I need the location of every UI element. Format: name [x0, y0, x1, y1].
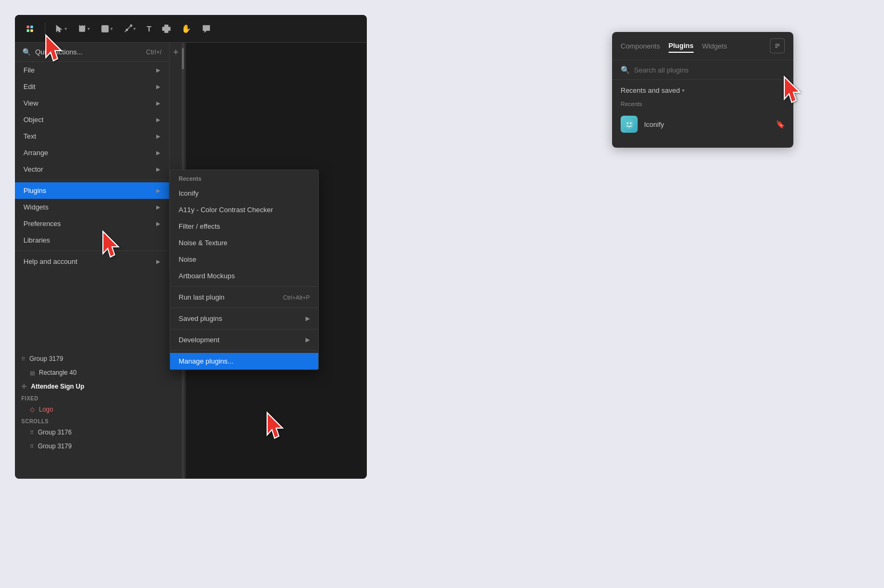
fixed-section-label: FIXED — [15, 393, 185, 402]
quick-actions-shortcut: Ctrl+/ — [146, 49, 162, 56]
submenu-item-noise[interactable]: Noise — [170, 251, 318, 268]
tab-components[interactable]: Components — [621, 40, 660, 52]
component-tool-button[interactable] — [159, 22, 174, 35]
submenu-arrow: ▶ — [156, 188, 160, 194]
cursor-arrow-plugins — [99, 229, 125, 263]
layer-item-attendee[interactable]: ✛ Attendee Sign Up — [15, 380, 185, 393]
plugins-search-input[interactable] — [634, 66, 785, 74]
tab-plugins[interactable]: Plugins — [669, 39, 694, 53]
frame-tool-button[interactable]: ▾ — [75, 22, 93, 35]
submenu-arrow: ▶ — [156, 150, 160, 156]
recents-and-saved-header[interactable]: Recents and saved ▾ — [621, 86, 785, 94]
layer-item-group3179[interactable]: ⠿ Group 3179 — [15, 352, 185, 366]
quick-actions-item[interactable]: 🔍 Quick actions... Ctrl+/ — [15, 43, 169, 62]
svg-rect-4 — [79, 26, 85, 31]
cursor-arrow-manage-plugins — [263, 410, 290, 445]
submenu-divider-2 — [170, 308, 318, 308]
plugin-item-iconify[interactable]: Iconify 🔖 — [621, 111, 785, 137]
recents-label: Recents — [621, 101, 785, 107]
bookmark-icon[interactable]: 🔖 — [776, 120, 785, 128]
plugins-header: Components Plugins Widgets — [612, 32, 793, 60]
svg-rect-0 — [27, 26, 29, 28]
run-last-shortcut: Ctrl+Alt+P — [283, 294, 310, 301]
plugin-name-iconify: Iconify — [644, 120, 769, 128]
submenu-arrow: ▶ — [156, 221, 160, 227]
menu-item-widgets[interactable]: Widgets ▶ — [15, 199, 169, 215]
menu-item-libraries[interactable]: Libraries — [15, 232, 169, 248]
submenu-item-saved-plugins[interactable]: Saved plugins ▶ — [170, 310, 318, 327]
layer-name: Group 3179 — [29, 355, 63, 363]
comment-tool-button[interactable] — [199, 22, 214, 35]
collapse-panel-button[interactable] — [770, 38, 785, 53]
search-icon: 🔍 — [621, 66, 630, 74]
svg-rect-8 — [102, 26, 108, 32]
recents-section: Recents Iconify 🔖 — [621, 101, 785, 137]
submenu-arrow: ▶ — [156, 259, 160, 264]
menu-item-view[interactable]: View ▶ — [15, 95, 169, 111]
scroll-thumb — [182, 48, 184, 69]
chevron-down-icon: ▾ — [682, 87, 685, 93]
svg-rect-2 — [27, 29, 29, 32]
layer-item-logo[interactable]: ◇ Logo — [15, 402, 185, 416]
menu-item-object[interactable]: Object ▶ — [15, 111, 169, 128]
rect-icon: ▤ — [30, 370, 35, 376]
recents-and-saved-label: Recents and saved — [621, 86, 680, 94]
saved-plugins-arrow: ▶ — [306, 315, 310, 322]
submenu-item-artboard[interactable]: Artboard Mockups — [170, 268, 318, 284]
add-layer-button[interactable]: + — [173, 47, 179, 58]
svg-rect-14 — [165, 29, 168, 33]
svg-point-17 — [630, 123, 632, 124]
tab-widgets[interactable]: Widgets — [702, 40, 727, 52]
submenu-divider-4 — [170, 350, 318, 351]
plugins-panel: Components Plugins Widgets 🔍 Recents and… — [612, 32, 793, 148]
svg-point-16 — [627, 123, 629, 124]
submenu-item-iconify[interactable]: Iconify — [170, 185, 318, 202]
submenu-item-manage-plugins[interactable]: Manage plugins... — [170, 353, 318, 369]
menu-item-help[interactable]: Help and account ▶ — [15, 253, 169, 270]
layer-item-group3176[interactable]: ⠿ Group 3176 — [15, 425, 185, 439]
cursor-arrow-toolbar — [42, 33, 68, 67]
menu-item-preferences[interactable]: Preferences ▶ — [15, 215, 169, 232]
pen-tool-button[interactable]: ▾ — [120, 22, 139, 35]
development-arrow: ▶ — [306, 336, 310, 343]
grid-icon: ⠿ — [21, 356, 25, 362]
submenu-arrow: ▶ — [156, 67, 160, 73]
submenu-arrow: ▶ — [156, 84, 160, 90]
menu-item-plugins[interactable]: Plugins ▶ — [15, 182, 169, 199]
cursor-arrow-search — [780, 75, 807, 109]
figma-logo-button[interactable] — [21, 20, 38, 37]
menu-item-edit[interactable]: Edit ▶ — [15, 78, 169, 95]
svg-rect-3 — [30, 29, 33, 32]
scrolls-section-label: SCROLLS — [15, 416, 185, 425]
dropdown-menu: 🔍 Quick actions... Ctrl+/ File ▶ Edit ▶ … — [15, 43, 170, 270]
menu-divider-1 — [15, 180, 169, 180]
shape-tool-button[interactable]: ▾ — [98, 22, 116, 35]
submenu-arrow: ▶ — [156, 100, 160, 106]
menu-item-vector[interactable]: Vector ▶ — [15, 161, 169, 178]
editor-body: + 🔍 Quick actions... Ctrl+/ File ▶ Edit — [15, 43, 367, 479]
editor-panel: ▾ ▾ ▾ ▾ — [15, 15, 367, 479]
submenu-item-noise-texture[interactable]: Noise & Texture — [170, 235, 318, 251]
recents-section-label: Recents — [170, 170, 318, 185]
hand-tool-button[interactable]: ✋ — [178, 22, 195, 36]
svg-rect-1 — [30, 26, 33, 28]
menu-item-text[interactable]: Text ▶ — [15, 128, 169, 144]
menu-item-arrange[interactable]: Arrange ▶ — [15, 144, 169, 161]
submenu-arrow: ▶ — [156, 166, 160, 172]
submenu-item-run-last[interactable]: Run last plugin Ctrl+Alt+P — [170, 289, 318, 305]
plugins-submenu: Recents Iconify A11y - Color Contrast Ch… — [170, 170, 319, 370]
grid-icon: ⠿ — [30, 430, 34, 436]
layer-name: Logo — [39, 406, 53, 413]
layer-name: Attendee Sign Up — [31, 383, 84, 390]
menu-item-file[interactable]: File ▶ — [15, 62, 169, 78]
layer-item-group3179b[interactable]: ⠿ Group 3179 — [15, 439, 185, 453]
svg-point-9 — [131, 25, 132, 26]
submenu-item-filter[interactable]: Filter / effects — [170, 218, 318, 235]
submenu-item-development[interactable]: Development ▶ — [170, 332, 318, 348]
text-tool-button[interactable]: T — [143, 22, 155, 35]
menu-divider-2 — [15, 251, 169, 251]
layer-item-rect40[interactable]: ▤ Rectangle 40 — [15, 366, 185, 380]
submenu-arrow: ▶ — [156, 204, 160, 210]
svg-point-15 — [624, 119, 634, 129]
submenu-item-a11y[interactable]: A11y - Color Contrast Checker — [170, 202, 318, 218]
